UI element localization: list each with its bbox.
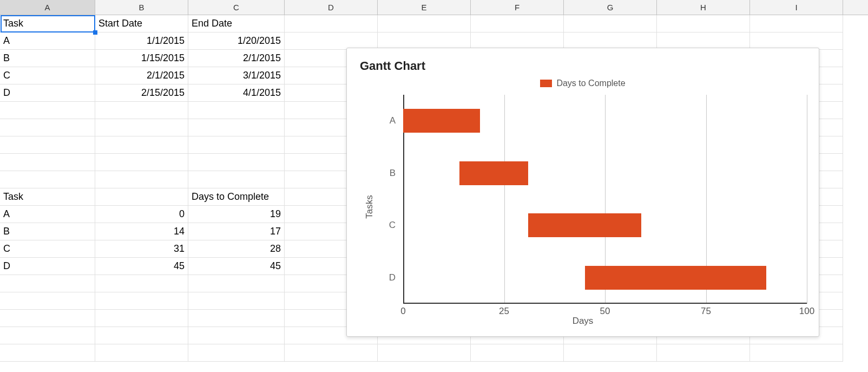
column-header-E[interactable]: E	[378, 0, 471, 15]
cell-D20[interactable]	[285, 344, 378, 362]
gantt-chart[interactable]: Gantt Chart Days to Complete Tasks 02550…	[346, 48, 819, 337]
column-header-I[interactable]: I	[750, 0, 843, 15]
bar-C	[528, 213, 641, 237]
cell-A11[interactable]: Task	[0, 188, 95, 206]
cell-B19[interactable]	[95, 327, 188, 344]
cell-C15[interactable]: 45	[188, 258, 285, 275]
cell-G20[interactable]	[564, 344, 657, 362]
cell-C20[interactable]	[188, 344, 285, 362]
chart-title: Gantt Chart	[360, 59, 806, 73]
gridline	[504, 95, 505, 304]
cell-C6[interactable]	[188, 102, 285, 119]
chart-legend: Days to Complete	[360, 75, 806, 92]
cell-C7[interactable]	[188, 119, 285, 136]
cell-B13[interactable]: 14	[95, 223, 188, 240]
cell-C9[interactable]	[188, 154, 285, 171]
cell-F20[interactable]	[471, 344, 564, 362]
cell-A10[interactable]	[0, 171, 95, 188]
cell-A19[interactable]	[0, 327, 95, 344]
cell-C5[interactable]: 4/1/2015	[188, 84, 285, 102]
cell-C14[interactable]: 28	[188, 240, 285, 258]
cell-H1[interactable]	[657, 15, 750, 32]
column-header-D[interactable]: D	[285, 0, 378, 15]
cell-B16[interactable]	[95, 275, 188, 292]
column-headers: ABCDEFGHI	[0, 0, 868, 15]
cell-H20[interactable]	[657, 344, 750, 362]
cell-B14[interactable]: 31	[95, 240, 188, 258]
cell-C11[interactable]: Days to Complete	[188, 188, 285, 206]
cell-C19[interactable]	[188, 327, 285, 344]
cell-G1[interactable]	[564, 15, 657, 32]
table-row: TaskStart DateEnd Date	[0, 15, 868, 32]
x-tick-label: 0	[400, 306, 405, 317]
cell-A9[interactable]	[0, 154, 95, 171]
cell-A4[interactable]: C	[0, 67, 95, 84]
cell-A6[interactable]	[0, 102, 95, 119]
column-header-H[interactable]: H	[657, 0, 750, 15]
column-header-C[interactable]: C	[188, 0, 285, 15]
cell-C13[interactable]: 17	[188, 223, 285, 240]
cell-I20[interactable]	[750, 344, 843, 362]
cell-B2[interactable]: 1/1/2015	[95, 32, 188, 50]
cell-B18[interactable]	[95, 310, 188, 327]
bar-D	[585, 266, 767, 290]
cell-B20[interactable]	[95, 344, 188, 362]
bar-A	[403, 109, 480, 133]
cell-B7[interactable]	[95, 119, 188, 136]
cell-A5[interactable]: D	[0, 84, 95, 102]
cell-C18[interactable]	[188, 310, 285, 327]
cell-B8[interactable]	[95, 136, 188, 154]
cell-B1[interactable]: Start Date	[95, 15, 188, 32]
y-axis-title: Tasks	[364, 195, 375, 218]
cell-C1[interactable]: End Date	[188, 15, 285, 32]
spreadsheet: ABCDEFGHI TaskStart DateEnd DateA1/1/201…	[0, 0, 868, 372]
cell-A3[interactable]: B	[0, 50, 95, 67]
column-header-G[interactable]: G	[564, 0, 657, 15]
x-tick-label: 25	[499, 306, 509, 317]
cell-C2[interactable]: 1/20/2015	[188, 32, 285, 50]
cell-B10[interactable]	[95, 171, 188, 188]
category-label-C: C	[389, 220, 403, 231]
x-tick-label: 75	[701, 306, 711, 317]
cell-A16[interactable]	[0, 275, 95, 292]
cell-B17[interactable]	[95, 292, 188, 310]
cell-A14[interactable]: C	[0, 240, 95, 258]
cell-A7[interactable]	[0, 119, 95, 136]
legend-label: Days to Complete	[556, 79, 625, 88]
column-header-F[interactable]: F	[471, 0, 564, 15]
cell-A2[interactable]: A	[0, 32, 95, 50]
cell-A12[interactable]: A	[0, 206, 95, 223]
cell-A20[interactable]	[0, 344, 95, 362]
cell-C12[interactable]: 19	[188, 206, 285, 223]
cell-I1[interactable]	[750, 15, 843, 32]
cell-A17[interactable]	[0, 292, 95, 310]
legend-swatch	[540, 80, 552, 87]
bar-B	[459, 161, 528, 185]
cell-B11[interactable]	[95, 188, 188, 206]
table-row	[0, 344, 868, 362]
cell-C17[interactable]	[188, 292, 285, 310]
cell-B3[interactable]: 1/15/2015	[95, 50, 188, 67]
cell-C8[interactable]	[188, 136, 285, 154]
cell-C10[interactable]	[188, 171, 285, 188]
cell-A18[interactable]	[0, 310, 95, 327]
cell-B6[interactable]	[95, 102, 188, 119]
cell-A15[interactable]: D	[0, 258, 95, 275]
cell-A8[interactable]	[0, 136, 95, 154]
cell-C3[interactable]: 2/1/2015	[188, 50, 285, 67]
column-header-B[interactable]: B	[95, 0, 188, 15]
cell-B4[interactable]: 2/1/2015	[95, 67, 188, 84]
cell-E1[interactable]	[378, 15, 471, 32]
cell-B9[interactable]	[95, 154, 188, 171]
cell-D1[interactable]	[285, 15, 378, 32]
cell-B5[interactable]: 2/15/2015	[95, 84, 188, 102]
cell-C4[interactable]: 3/1/2015	[188, 67, 285, 84]
cell-B15[interactable]: 45	[95, 258, 188, 275]
cell-A1[interactable]: Task	[0, 15, 95, 32]
cell-E20[interactable]	[378, 344, 471, 362]
cell-B12[interactable]: 0	[95, 206, 188, 223]
cell-C16[interactable]	[188, 275, 285, 292]
cell-A13[interactable]: B	[0, 223, 95, 240]
cell-F1[interactable]	[471, 15, 564, 32]
column-header-A[interactable]: A	[0, 0, 95, 15]
